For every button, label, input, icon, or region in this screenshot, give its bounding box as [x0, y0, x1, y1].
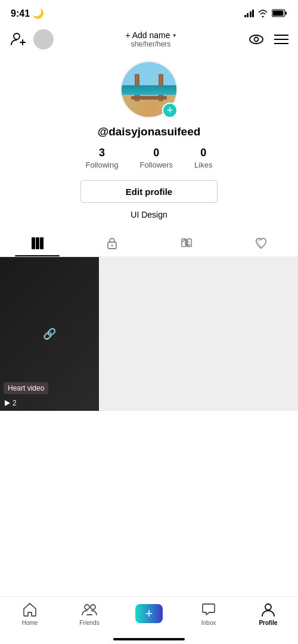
tab-liked[interactable] — [224, 230, 298, 256]
following-count: 3 — [99, 147, 105, 159]
videos-section: 🔗 Heart video 2 — [0, 257, 298, 411]
svg-rect-11 — [32, 237, 35, 249]
svg-rect-13 — [40, 237, 44, 249]
video-label-overlay: Heart video — [4, 382, 95, 394]
play-icon — [4, 400, 11, 407]
profile-section: + @daisyjonasuifeed 3 Following 0 Follow… — [0, 55, 298, 411]
followers-label: Followers — [139, 160, 173, 169]
status-bar: 9:41 🌙 — [0, 0, 298, 24]
likes-count: 0 — [200, 147, 206, 159]
top-nav-center: + Add name ▾ she/her/hers — [125, 30, 176, 48]
svg-point-19 — [85, 605, 89, 609]
likes-label: Likes — [194, 160, 212, 169]
video-thumbnail[interactable]: 🔗 Heart video 2 — [0, 257, 99, 411]
top-nav: + Add name ▾ she/her/hers — [0, 24, 298, 55]
following-stat[interactable]: 3 Following — [86, 147, 119, 169]
signal-icon — [244, 9, 254, 17]
nav-home[interactable]: Home — [0, 602, 60, 626]
friends-icon — [81, 602, 98, 617]
svg-rect-1 — [273, 11, 284, 16]
friends-label: Friends — [79, 620, 99, 626]
add-photo-button[interactable]: + — [162, 103, 178, 118]
status-time: 9:41 🌙 — [11, 8, 44, 19]
followers-stat[interactable]: 0 Followers — [139, 147, 173, 169]
home-bar — [113, 638, 185, 640]
likes-stat[interactable]: 0 Likes — [194, 147, 212, 169]
video-play-row: 2 — [4, 399, 17, 407]
svg-rect-12 — [36, 237, 39, 249]
svg-point-21 — [265, 604, 271, 610]
home-icon — [22, 602, 38, 617]
pronoun-text: she/her/hers — [131, 40, 171, 48]
tabs-row — [0, 230, 298, 257]
followers-count: 0 — [153, 147, 159, 159]
nav-inbox[interactable]: Inbox — [179, 602, 238, 626]
tab-locked[interactable] — [74, 230, 149, 256]
home-label: Home — [22, 620, 38, 626]
video-label: Heart video — [4, 382, 48, 394]
tab-repost[interactable] — [149, 230, 224, 256]
bottom-nav: Home Friends + Inbox Profile — [0, 596, 298, 644]
grid-icon — [31, 237, 44, 250]
svg-point-15 — [111, 245, 113, 247]
svg-point-3 — [14, 33, 20, 39]
profile-icon — [260, 602, 276, 617]
svg-rect-2 — [285, 12, 287, 15]
add-name-row[interactable]: + Add name ▾ — [125, 30, 176, 40]
nav-friends[interactable]: Friends — [60, 602, 119, 626]
profile-label: Profile — [259, 620, 277, 626]
create-button[interactable]: + — [135, 604, 163, 623]
nav-profile[interactable]: Profile — [238, 602, 298, 626]
battery-icon — [272, 9, 287, 17]
username: @daisyjonasuifeed — [98, 125, 201, 138]
chevron-down-icon: ▾ — [173, 32, 176, 39]
top-nav-right — [248, 33, 288, 46]
play-count: 2 — [13, 399, 17, 407]
add-name-text: + Add name — [125, 30, 170, 40]
wifi-icon — [257, 9, 268, 17]
videos-grid: 🔗 Heart video 2 — [0, 257, 298, 411]
small-avatar — [33, 29, 54, 49]
stats-row: 3 Following 0 Followers 0 Likes — [86, 147, 213, 169]
edit-profile-button[interactable]: Edit profile — [80, 180, 218, 203]
svg-point-7 — [254, 38, 259, 42]
bio-text: UI Design — [131, 210, 167, 219]
svg-point-6 — [250, 35, 263, 44]
inbox-label: Inbox — [201, 620, 216, 626]
status-icons — [244, 9, 288, 17]
menu-icon[interactable] — [274, 33, 288, 45]
svg-point-20 — [91, 605, 95, 609]
nav-create[interactable]: + — [119, 602, 179, 623]
inbox-icon — [201, 602, 216, 617]
lock-icon — [105, 237, 119, 250]
profile-avatar-wrap: + — [120, 61, 178, 118]
heart-icon — [254, 237, 268, 250]
svg-marker-18 — [5, 400, 10, 406]
repost-icon — [180, 237, 193, 250]
add-user-button[interactable] — [10, 30, 27, 48]
tab-grid[interactable] — [0, 230, 74, 256]
top-nav-left — [10, 29, 54, 49]
following-label: Following — [86, 160, 119, 169]
link-icon: 🔗 — [43, 327, 56, 340]
eye-icon[interactable] — [248, 33, 265, 46]
